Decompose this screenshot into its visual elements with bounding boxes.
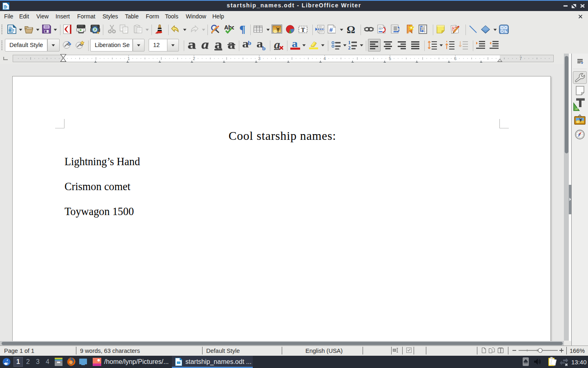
svg-text:Abc: Abc <box>224 25 234 31</box>
svg-text:Ω: Ω <box>347 25 355 34</box>
svg-text:2: 2 <box>348 45 351 50</box>
svg-text:¶: ¶ <box>239 25 245 34</box>
svg-text:#: # <box>330 26 333 33</box>
svg-text:T: T <box>301 27 305 33</box>
